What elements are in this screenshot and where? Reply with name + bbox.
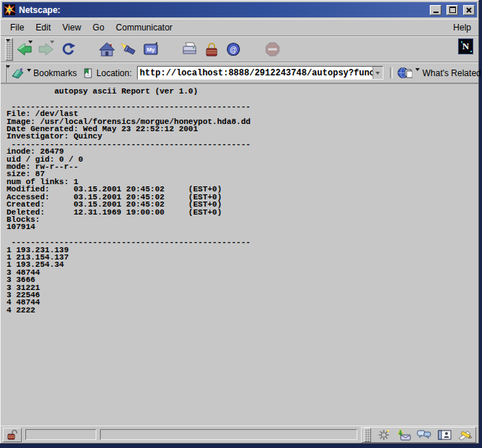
shop-button[interactable]: @ <box>223 39 243 59</box>
print-button[interactable] <box>180 39 199 59</box>
address-book-button[interactable] <box>436 428 453 441</box>
location-collapse-grip[interactable] <box>5 64 7 82</box>
back-arrow-icon <box>16 42 33 57</box>
url-text[interactable]: http://localhost:8888/2912243748/autopsy… <box>138 67 373 79</box>
minimize-icon <box>433 12 439 13</box>
stop-sign-icon <box>265 42 280 57</box>
home-icon <box>99 42 115 57</box>
location-toolbar: Bookmarks Location: http://localhost:888… <box>1 62 478 83</box>
whats-related-button[interactable]: What's Related <box>386 67 482 79</box>
forward-dropdown-caret[interactable] <box>50 41 54 43</box>
menu-file[interactable]: File <box>10 22 24 33</box>
maximize-icon <box>449 7 456 13</box>
discussions-icon <box>417 429 431 441</box>
autopsy-ascii-report: autopsy ascii Report (ver 1.0) ---------… <box>1 84 478 314</box>
navigation-toolbar: My <box>1 36 478 62</box>
security-button[interactable] <box>201 39 221 59</box>
composer-icon <box>457 429 472 441</box>
location-label: Location: <box>96 68 132 78</box>
security-status-button[interactable] <box>3 428 22 442</box>
location-bar-separator <box>390 67 393 78</box>
bookmarks-icon <box>11 67 25 79</box>
browser-window: Netscape: File Edit View Go Communicator… <box>0 0 479 444</box>
discussions-button[interactable] <box>415 428 433 441</box>
status-bar <box>1 426 478 443</box>
reload-icon <box>60 42 76 57</box>
security-padlock-icon <box>204 42 220 57</box>
location-field-group: Location: http://localhost:8888/29122437… <box>80 65 386 81</box>
location-link-icon[interactable] <box>83 67 94 79</box>
status-message-panel <box>100 429 357 440</box>
window-title: Netscape: <box>19 5 425 15</box>
nav-button-group <box>14 39 78 59</box>
whats-related-dropdown-caret <box>415 68 420 71</box>
back-button[interactable] <box>14 39 34 59</box>
inbox-button[interactable] <box>395 428 412 441</box>
browser-viewport: autopsy ascii Report (ver 1.0) ---------… <box>1 83 478 426</box>
netscape-n-logo[interactable]: N <box>458 38 473 54</box>
maximize-button[interactable] <box>446 5 458 15</box>
stop-button[interactable] <box>262 39 282 59</box>
menu-communicator[interactable]: Communicator <box>116 22 173 33</box>
menu-bar: File Edit View Go Communicator Help <box>1 19 478 36</box>
reload-button[interactable] <box>58 39 78 59</box>
bookmarks-button[interactable]: Bookmarks <box>8 66 80 80</box>
utility-button-group: @ <box>180 39 243 59</box>
navigator-button[interactable] <box>375 428 392 441</box>
minimize-button[interactable] <box>430 5 441 15</box>
toolbar-collapse-grip[interactable] <box>5 38 13 61</box>
my-netscape-icon: My <box>143 42 159 57</box>
url-field[interactable]: http://localhost:8888/2912243748/autopsy… <box>137 66 383 80</box>
shop-icon: @ <box>225 42 241 57</box>
bookmarks-label: Bookmarks <box>33 68 77 78</box>
netscape-starburst-icon <box>4 4 15 15</box>
home-button[interactable] <box>97 39 117 59</box>
component-bar <box>361 427 476 443</box>
unlocked-padlock-icon <box>7 429 18 440</box>
forward-arrow-icon <box>38 42 54 57</box>
bookmarks-dropdown-caret <box>27 69 31 72</box>
search-button[interactable] <box>119 39 138 59</box>
title-bar[interactable]: Netscape: <box>2 2 477 17</box>
my-netscape-label: My <box>146 46 155 53</box>
netscape-n-letter: N <box>462 41 469 52</box>
component-bar-grip[interactable] <box>364 428 371 442</box>
menu-go[interactable]: Go <box>93 22 104 33</box>
inbox-icon <box>396 429 411 441</box>
url-dropdown-caret <box>375 72 380 75</box>
whats-related-globe-icon <box>397 67 412 79</box>
close-button[interactable] <box>463 5 475 15</box>
menu-view[interactable]: View <box>62 22 81 33</box>
shop-at-glyph: @ <box>230 46 237 54</box>
my-netscape-button[interactable]: My <box>141 39 160 59</box>
address-book-icon <box>438 429 452 441</box>
url-history-dropdown[interactable] <box>373 67 383 79</box>
back-dropdown-caret[interactable] <box>28 41 33 43</box>
whats-related-label: What's Related <box>423 68 481 78</box>
stop-button-group <box>262 39 282 59</box>
menu-help[interactable]: Help <box>453 22 471 33</box>
search-flashlight-icon <box>120 42 137 57</box>
menu-edit[interactable]: Edit <box>36 22 51 33</box>
close-icon <box>466 7 472 13</box>
printer-icon <box>181 42 198 57</box>
composer-button[interactable] <box>456 428 473 441</box>
navigator-wheel-icon <box>377 429 391 441</box>
progress-panel <box>25 429 96 440</box>
home-button-group: My <box>97 39 160 59</box>
forward-button[interactable] <box>36 39 56 59</box>
